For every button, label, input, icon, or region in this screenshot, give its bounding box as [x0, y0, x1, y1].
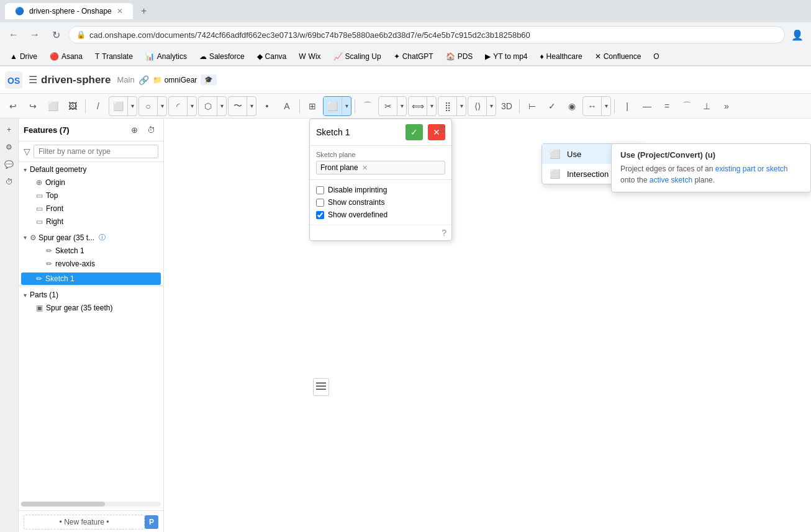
tree-item-spur-gear-part[interactable]: ▣ Spur gear (35 teeth): [21, 302, 161, 314]
bookmark-confluence[interactable]: ✕ Confluence: [590, 51, 646, 62]
plane-clear-btn[interactable]: ✕: [362, 164, 368, 172]
rect-button[interactable]: ⬜: [109, 97, 128, 115]
show-constraints-checkbox[interactable]: [316, 199, 324, 207]
bookmark-salesforce[interactable]: ☁ Salesforce: [194, 51, 250, 62]
trim-button[interactable]: ✂: [379, 97, 397, 115]
horizontal-dim-button[interactable]: —: [638, 97, 656, 115]
circle-dropdown[interactable]: ▾: [158, 97, 166, 115]
point-button[interactable]: •: [258, 97, 276, 115]
bookmark-more[interactable]: O: [648, 51, 664, 62]
coincident-button[interactable]: ◉: [563, 97, 581, 115]
check-button[interactable]: ✓: [543, 97, 561, 115]
show-overdefined-checkbox[interactable]: [316, 211, 324, 219]
search-input[interactable]: [34, 145, 158, 158]
sketch-confirm-button[interactable]: ✓: [406, 124, 423, 140]
profile-button[interactable]: 👤: [789, 26, 806, 43]
learn-tag[interactable]: 🎓: [201, 74, 217, 85]
new-feature-p-button[interactable]: P: [145, 515, 158, 529]
tree-item-top[interactable]: ▭ Top: [21, 189, 161, 202]
offset-button[interactable]: ⟨⟩: [468, 97, 487, 115]
clock-icon-btn[interactable]: ⏱: [143, 122, 158, 137]
image-button[interactable]: 🖼: [63, 97, 82, 115]
trim-dropdown[interactable]: ▾: [397, 97, 406, 115]
sidebar-scrollbar[interactable]: [21, 502, 161, 507]
bookmark-translate[interactable]: T Translate: [90, 51, 138, 62]
tree-item-front[interactable]: ▭ Front: [21, 202, 161, 215]
sketch-list-button[interactable]: [313, 378, 329, 396]
menu-button[interactable]: ☰: [29, 74, 37, 86]
filter-icon[interactable]: ▽: [24, 147, 30, 156]
bookmark-scaling-up[interactable]: 📈 Scaling Up: [328, 51, 386, 62]
tangent-button[interactable]: ⌒: [677, 97, 696, 115]
mirror-dropdown[interactable]: ▾: [427, 97, 436, 115]
linear-pattern-button[interactable]: ⣿: [438, 97, 457, 115]
add-feature-btn[interactable]: ⊕: [127, 122, 142, 137]
polygon-dropdown[interactable]: ▾: [217, 97, 226, 115]
arc-dropdown[interactable]: ▾: [188, 97, 196, 115]
forward-button[interactable]: →: [26, 26, 43, 43]
use-button[interactable]: ⬜: [324, 97, 342, 115]
bookmark-healthcare[interactable]: ♦ Healthcare: [535, 51, 587, 62]
spline-dropdown[interactable]: ▾: [247, 97, 256, 115]
polygon-button[interactable]: ⬡: [199, 97, 217, 115]
feature-icon-btn[interactable]: ⚙: [2, 140, 17, 155]
comment-icon-btn[interactable]: 💬: [2, 157, 17, 172]
tree-item-sketch1-active[interactable]: ✏ Sketch 1: [21, 273, 161, 285]
circle-button[interactable]: ○: [139, 97, 158, 115]
3d-convert-button[interactable]: 3D: [497, 97, 516, 115]
bookmark-yt[interactable]: ▶ YT to mp4: [480, 51, 532, 62]
bookmark-canva[interactable]: ◆ Canva: [252, 51, 292, 62]
use-dropdown[interactable]: ▾: [342, 97, 351, 115]
offset-dropdown[interactable]: ▾: [487, 97, 496, 115]
chatgpt-icon: ✦: [394, 52, 400, 61]
parts-header[interactable]: ▾ Parts (1): [19, 289, 163, 301]
bookmark-pds[interactable]: 🏠 PDS: [441, 51, 478, 62]
undo-button[interactable]: ↩: [4, 97, 22, 115]
new-tab-button[interactable]: +: [135, 2, 153, 20]
bookmark-asana[interactable]: 🔴 Asana: [45, 51, 88, 62]
perpendicular-button[interactable]: ⊥: [697, 97, 716, 115]
spline-button[interactable]: 〜: [229, 97, 247, 115]
active-tab[interactable]: 🔵 driven-sphere - Onshape ✕: [5, 3, 133, 19]
text-button[interactable]: A: [278, 97, 296, 115]
bookmark-wix[interactable]: W Wix: [294, 51, 325, 62]
dimension-dropdown[interactable]: ▾: [602, 97, 610, 115]
default-geometry-header[interactable]: ▾ Default geometry: [19, 163, 163, 176]
spur-gear-header[interactable]: ▾ ⚙ Spur gear (35 t... ⓘ: [19, 231, 163, 244]
add-feature-icon-btn[interactable]: +: [2, 122, 17, 137]
new-feature-button[interactable]: • New feature •: [24, 515, 145, 530]
arc-button[interactable]: ◜: [169, 97, 188, 115]
disable-imprinting-checkbox[interactable]: [316, 186, 324, 194]
address-bar[interactable]: 🔒 cad.onshape.com/documents/7424cf66adfd…: [68, 26, 785, 43]
tree-item-revolve-axis[interactable]: ✏ revolve-axis: [21, 258, 161, 270]
fit-button[interactable]: ⊞: [303, 97, 322, 115]
tab-close[interactable]: ✕: [117, 7, 123, 16]
bookmark-analytics[interactable]: 📊 Analytics: [140, 51, 192, 62]
sketch-clock-button[interactable]: ⏱: [438, 124, 446, 134]
tab-icon: 🔵: [15, 7, 24, 16]
rect-dropdown[interactable]: ▾: [128, 97, 137, 115]
bookmark-drive[interactable]: ▲ Drive: [5, 51, 42, 62]
history-icon-btn[interactable]: ⏱: [2, 174, 17, 189]
sketch-button[interactable]: ⬜: [43, 97, 62, 115]
tree-item-sketch1-sub[interactable]: ✏ Sketch 1: [21, 245, 161, 257]
bookmark-chatgpt[interactable]: ✦ ChatGPT: [389, 51, 438, 62]
tree-item-origin[interactable]: ⊕ Origin: [21, 176, 161, 189]
lock-icon: 🔒: [76, 30, 86, 39]
constraint-button[interactable]: ⊢: [523, 97, 541, 115]
equal-button[interactable]: =: [658, 97, 676, 115]
back-button[interactable]: ←: [5, 26, 22, 43]
sketch-help-button[interactable]: ?: [442, 228, 446, 238]
linear-pattern-dropdown[interactable]: ▾: [457, 97, 466, 115]
line-button[interactable]: /: [89, 97, 107, 115]
reload-button[interactable]: ↻: [47, 26, 65, 43]
redo-button[interactable]: ↪: [24, 97, 42, 115]
more-constraints-button[interactable]: »: [717, 97, 736, 115]
dimension-button[interactable]: ↔: [583, 97, 602, 115]
sidebar-actions: ⊕ ⏱: [127, 122, 158, 137]
fillet-button[interactable]: ⌒: [358, 97, 377, 115]
translate-icon: T: [95, 52, 99, 61]
vertical-dim-button[interactable]: |: [618, 97, 637, 115]
mirror-button[interactable]: ⟺: [409, 97, 427, 115]
tree-item-right[interactable]: ▭ Right: [21, 215, 161, 228]
